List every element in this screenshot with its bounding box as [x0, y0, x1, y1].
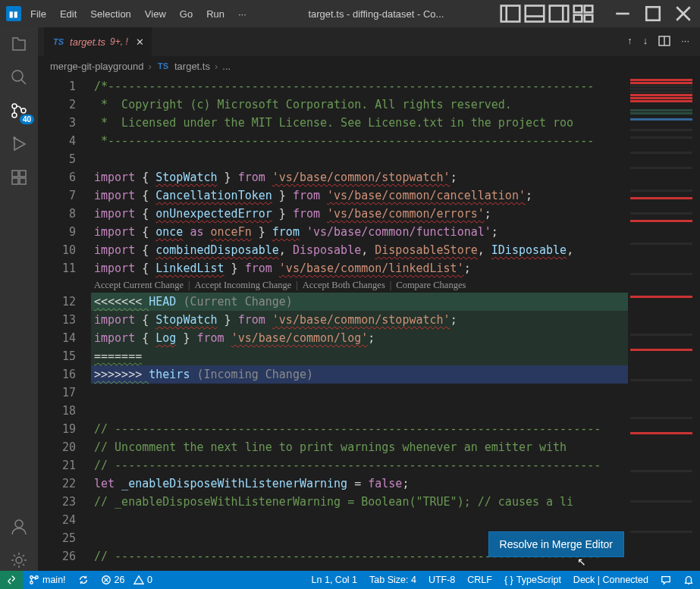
svg-rect-22	[12, 178, 18, 184]
scm-badge: 40	[20, 114, 34, 124]
problems-indicator[interactable]: 26 0	[95, 571, 159, 589]
tab-modified-indicator: 9+, !	[110, 36, 128, 47]
language-mode[interactable]: { } TypeScript	[498, 571, 567, 589]
menu-file[interactable]: File	[24, 5, 52, 23]
svg-point-25	[16, 557, 22, 563]
breadcrumb-root[interactable]: merge-git-playground	[50, 61, 144, 72]
svg-point-18	[21, 108, 26, 113]
menu-go[interactable]: Go	[174, 5, 199, 23]
encoding[interactable]: UTF-8	[422, 571, 461, 589]
typescript-icon: TS	[156, 61, 170, 71]
svg-rect-20	[12, 171, 18, 177]
next-change-icon[interactable]: ↓	[643, 35, 648, 49]
layout-left-icon[interactable]	[500, 3, 521, 24]
more-icon[interactable]: ···	[681, 35, 689, 49]
layout-bottom-icon[interactable]	[524, 3, 545, 24]
svg-rect-9	[585, 15, 593, 22]
svg-point-28	[30, 576, 33, 579]
close-icon[interactable]	[673, 3, 694, 24]
menu-selection[interactable]: Selection	[84, 5, 137, 23]
typescript-icon: TS	[52, 36, 65, 47]
cursor-position[interactable]: Ln 1, Col 1	[306, 571, 363, 589]
svg-rect-8	[574, 15, 582, 22]
menu-view[interactable]: View	[139, 5, 172, 23]
maximize-icon[interactable]	[642, 3, 664, 24]
gear-icon[interactable]	[8, 550, 30, 571]
remote-indicator[interactable]	[0, 571, 23, 589]
cursor-icon: ↖	[577, 556, 586, 568]
split-icon[interactable]	[658, 35, 670, 49]
breadcrumb-tail[interactable]: ...	[222, 61, 231, 72]
account-icon[interactable]	[8, 516, 30, 537]
eol[interactable]: CRLF	[461, 571, 498, 589]
prev-change-icon[interactable]: ↑	[627, 35, 633, 49]
svg-point-17	[12, 113, 17, 117]
svg-point-24	[15, 520, 23, 528]
layout-right-icon[interactable]	[548, 3, 570, 24]
extensions-icon[interactable]	[8, 167, 30, 188]
codelens-1[interactable]: Accept Incoming Change	[195, 276, 292, 294]
svg-rect-23	[20, 178, 26, 184]
breadcrumb-file[interactable]: target.ts	[174, 61, 210, 72]
deck-status[interactable]: Deck | Connected	[567, 571, 654, 589]
svg-rect-0	[501, 6, 520, 22]
svg-point-30	[36, 576, 39, 579]
tab-target[interactable]: TS target.ts 9+, ! ✕	[44, 27, 152, 56]
codelens-0[interactable]: Accept Current Change	[94, 276, 184, 294]
svg-rect-4	[550, 6, 569, 22]
svg-point-14	[12, 70, 23, 81]
breadcrumb[interactable]: merge-git-playground › TS target.ts › ..…	[38, 56, 700, 76]
svg-rect-11	[646, 7, 660, 20]
svg-rect-2	[526, 6, 545, 22]
bell-icon[interactable]	[677, 571, 700, 589]
menu-bar: File Edit Selection View Go Run ···	[24, 5, 253, 23]
window-title: target.ts - diffing-dataset - Co...	[256, 8, 497, 20]
codelens-3[interactable]: Compare Changes	[396, 276, 466, 294]
minimize-icon[interactable]	[612, 3, 633, 24]
code-area[interactable]: /*--------------------------------------…	[91, 76, 628, 571]
branch-indicator[interactable]: main!	[23, 571, 72, 589]
tab-close-icon[interactable]: ✕	[136, 36, 144, 48]
menu-edit[interactable]: Edit	[54, 5, 83, 23]
layout-grid-icon[interactable]	[573, 3, 594, 24]
svg-point-29	[30, 581, 33, 584]
feedback-icon[interactable]	[654, 571, 677, 589]
menu-run[interactable]: Run	[200, 5, 231, 23]
tab-name: target.ts	[70, 36, 105, 48]
svg-point-16	[12, 104, 17, 108]
minimap[interactable]	[628, 76, 700, 571]
svg-rect-21	[20, 171, 26, 177]
search-icon[interactable]	[8, 67, 30, 88]
explorer-icon[interactable]	[8, 33, 30, 55]
app-logo: ▮▮	[6, 6, 21, 21]
svg-line-15	[21, 80, 26, 84]
tab-size[interactable]: Tab Size: 4	[363, 571, 422, 589]
resolve-merge-button[interactable]: Resolve in Merge Editor	[488, 531, 624, 557]
codelens-2[interactable]: Accept Both Changes	[303, 276, 385, 294]
scm-icon[interactable]: 40	[8, 100, 30, 121]
menu-overflow[interactable]: ···	[232, 5, 253, 23]
debug-icon[interactable]	[8, 133, 30, 155]
svg-rect-7	[585, 6, 593, 13]
line-gutter: 1234567891011121314151617181920212223242…	[38, 76, 91, 571]
svg-rect-6	[574, 6, 582, 13]
sync-indicator[interactable]	[72, 571, 95, 589]
